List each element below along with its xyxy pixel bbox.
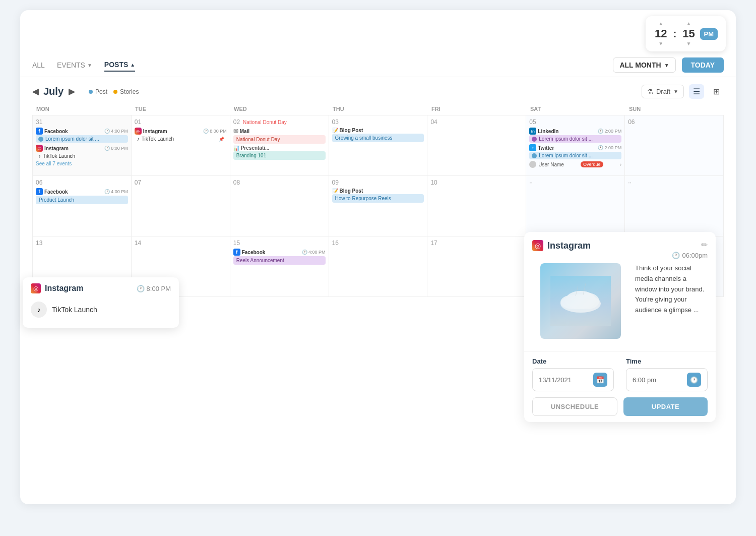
date-16: 16 — [332, 240, 424, 247]
tiktok-title-31: TikTok Launch — [43, 153, 75, 159]
time-input[interactable]: 6:00 pm 🕐 — [626, 368, 708, 391]
post-platform-info: ◎ Instagram — [532, 240, 591, 251]
event-tiktok-01[interactable]: ♪ TikTok Launch 📌 — [135, 135, 227, 143]
pres-name-02: Presentati... — [241, 145, 270, 151]
cal-cell-17: 17 — [427, 236, 526, 297]
event-li-05[interactable]: in LinkedIn 🕐 2:00 PM — [529, 128, 621, 135]
event-lorem-tw-05[interactable]: Lorem ipsum dolor sit ... — [529, 152, 621, 159]
date-08: 08 — [233, 179, 326, 186]
cal-cell-02: 02 National Donut Day ✉ Mail National Do… — [230, 115, 329, 176]
calendar-icon[interactable]: 📅 — [593, 373, 607, 387]
minutes-group[interactable]: ▲ 15 ▼ — [682, 21, 696, 46]
today-button[interactable]: TODAY — [682, 57, 724, 73]
event-lorem-31[interactable]: Lorem ipsum dolor sit ... — [36, 135, 128, 143]
date-04: 04 — [430, 118, 523, 126]
blog-name-09: Blog Post — [340, 188, 363, 194]
date-value: 13/11/2021 — [539, 376, 572, 384]
popup-card: ◎ Instagram 🕐 8:00 PM ♪ TikTok Launch — [23, 277, 179, 328]
clock-icon[interactable]: 🕐 — [687, 373, 701, 387]
list-view-button[interactable]: ☰ — [689, 84, 704, 99]
ampm-toggle[interactable]: PM — [700, 28, 718, 40]
event-lorem-li-05[interactable]: Lorem ipsum dolor sit ... — [529, 135, 621, 143]
post-ig-icon: ◎ — [532, 240, 543, 251]
date-05: 05 — [529, 118, 621, 126]
hours-down-arrow[interactable]: ▼ — [658, 41, 663, 46]
popup-ig-icon: ◎ — [31, 283, 41, 293]
filter-button[interactable]: ⚗ Draft ▼ — [642, 85, 684, 98]
legend-post: Post — [89, 88, 107, 95]
nav-all[interactable]: ALL — [32, 59, 45, 71]
nav-right: ALL MONTH ▼ TODAY — [613, 57, 724, 73]
action-buttons: UNSCHEDULE UPDATE — [532, 397, 708, 416]
event-user-05[interactable]: User Name Overdue › — [529, 161, 621, 168]
tw-name-05: Twitter — [538, 145, 554, 151]
popup-clock-icon: 🕐 — [137, 285, 145, 292]
day-headers: Mon Tue Wed Thu Fri Sat Sun — [32, 103, 724, 115]
event-reels-09[interactable]: How to Repurpose Reels — [332, 194, 424, 203]
user-avatar-icon-05 — [529, 161, 536, 168]
all-month-arrow: ▼ — [664, 63, 669, 68]
grid-view-button[interactable]: ⊞ — [709, 84, 724, 99]
unschedule-button[interactable]: UNSCHEDULE — [532, 397, 617, 416]
event-lorem-li-text: Lorem ipsum dolor sit ... — [539, 136, 593, 142]
event-pres-02[interactable]: 📊 Presentati... — [233, 145, 326, 151]
cal-cell-04: 04 — [427, 115, 526, 176]
popup-event-row[interactable]: ♪ TikTok Launch — [31, 297, 171, 322]
li-name-05: LinkedIn — [538, 129, 558, 134]
event-mail-02[interactable]: ✉ Mail — [233, 128, 326, 135]
fb-time-06: 🕐 4:00 PM — [104, 189, 128, 194]
date-label: Date — [532, 358, 614, 365]
minutes-down-arrow[interactable]: ▼ — [686, 41, 691, 46]
month-name: July — [43, 86, 64, 97]
hours-up-arrow[interactable]: ▲ — [658, 21, 663, 26]
filter-dropdown-arrow: ▼ — [673, 89, 678, 94]
all-month-button[interactable]: ALL MONTH ▼ — [613, 57, 675, 73]
event-donut-02[interactable]: National Donut Day — [233, 135, 326, 144]
see-all-31[interactable]: See all 7 events — [36, 161, 128, 166]
calendar-week-1: 31 f Facebook 🕐 4:00 PM Lorem ipsum dolo… — [32, 115, 724, 176]
post-image — [540, 263, 621, 339]
nav-events[interactable]: EVENTS ▼ — [57, 59, 92, 71]
fb-name: Facebook — [44, 129, 68, 134]
tw-icon-05: t — [529, 144, 536, 151]
month-nav: ◀ July ▶ — [32, 86, 75, 97]
blog-name-03: Blog Post — [340, 128, 363, 133]
tiktok-title-01: TikTok Launch — [142, 136, 174, 142]
post-description-area: Think of your social media channels a wi… — [635, 263, 708, 345]
li-time-05: 🕐 2:00 PM — [598, 129, 621, 134]
nav-posts[interactable]: POSTS ▲ — [104, 58, 135, 72]
event-product-launch-06[interactable]: Product Launch — [36, 196, 128, 204]
main-container: ▲ 12 ▼ : ▲ 15 ▼ PM ALL EVENTS ▼ POSTS ▲ — [20, 10, 736, 504]
event-fb-31[interactable]: f Facebook 🕐 4:00 PM — [36, 128, 128, 135]
cal-header-left: ◀ July ▶ Post Stories — [32, 86, 139, 97]
holiday-text-02: National Donut Day — [243, 120, 287, 125]
day-header-mon: Mon — [32, 103, 131, 115]
prev-month-button[interactable]: ◀ — [32, 87, 38, 96]
date-01: 01 — [135, 118, 227, 126]
event-reels-ann-15[interactable]: Reels Announcement — [233, 256, 326, 265]
post-edit-icon[interactable]: ✏ — [701, 240, 708, 250]
event-ig-01[interactable]: ◎ Instagram 🕐 8:00 PM — [135, 128, 227, 135]
date-group: Date 13/11/2021 📅 — [532, 358, 614, 391]
update-button[interactable]: UPDATE — [623, 397, 708, 416]
day-header-tue: Tue — [131, 103, 230, 115]
event-tiktok-31[interactable]: ♪ TikTok Launch — [36, 152, 128, 160]
date-input[interactable]: 13/11/2021 📅 — [532, 368, 614, 391]
next-month-button[interactable]: ▶ — [69, 87, 75, 96]
event-blog-03[interactable]: 📝 Blog Post — [332, 128, 424, 133]
time-group: Time 6:00 pm 🕐 — [626, 358, 708, 391]
event-branding-02[interactable]: Branding 101 — [233, 151, 326, 160]
event-fb-15[interactable]: f Facebook 🕐 4:00 PM — [233, 249, 326, 256]
post-description: Think of your social media channels a wi… — [635, 263, 708, 316]
overdue-badge-05: Overdue — [581, 161, 603, 167]
blog-icon-09: 📝 — [332, 188, 338, 194]
minutes-up-arrow[interactable]: ▲ — [686, 21, 691, 26]
date-14: 14 — [135, 240, 227, 247]
event-blog-09[interactable]: 📝 Blog Post — [332, 188, 424, 194]
event-ig-31[interactable]: ◎ Instagram 🕐 8:00 PM — [36, 145, 128, 152]
hours-group[interactable]: ▲ 12 ▼ — [654, 21, 668, 46]
event-growing-03[interactable]: Growing a small business — [332, 134, 424, 142]
event-tw-05[interactable]: t Twitter 🕐 2:00 PM — [529, 144, 621, 151]
event-fb-06[interactable]: f Facebook 🕐 4:00 PM — [36, 188, 128, 195]
date-09: 09 — [332, 179, 424, 186]
